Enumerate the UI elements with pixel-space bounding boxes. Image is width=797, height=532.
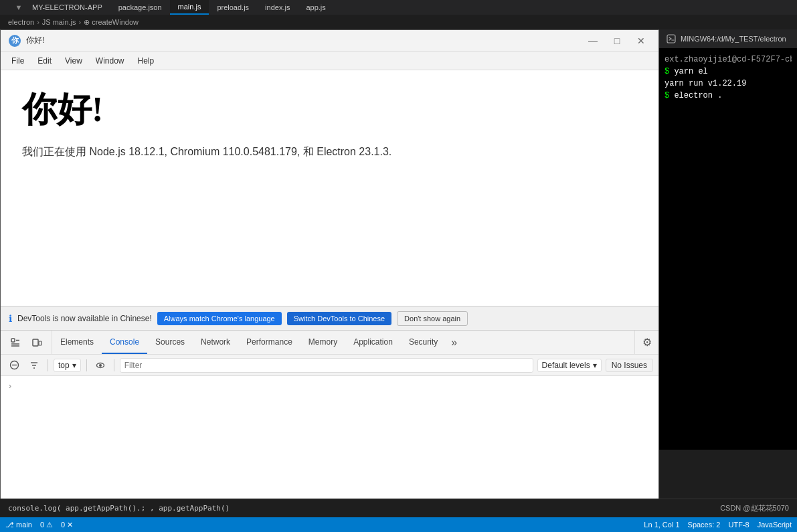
svg-rect-6 [33,339,38,346]
breadcrumb-sep1: › [37,18,39,26]
terminal-title: MINGW64:/d/My_TEST/electron [681,35,790,43]
terminal-titlebar: MINGW64:/d/My_TEST/electron [659,29,797,48]
breadcrumb-js: JS main.js [42,18,76,26]
dont-show-button[interactable]: Don't show again [397,311,468,326]
tab-index-js[interactable]: index.js [257,0,298,15]
window-title: 你好! [26,35,584,46]
status-bar: ⎇ main 0 ⚠ 0 ✕ Ln 1, Col 1 Spaces: 2 UTF… [0,517,797,532]
menu-bar: File Edit View Window Help [1,52,658,70]
terminal-content: ext.zhaoyijie1@cd-F572F7-cb MI $ yarn el… [659,48,797,450]
terminal-cmd-1: yarn el [674,67,707,76]
eye-button[interactable] [92,357,108,373]
tab-sources[interactable]: Sources [147,331,193,354]
statusbar-right: Ln 1, Col 1 Spaces: 2 UTF-8 JavaScript [644,521,792,529]
window-titlebar: 你 你好! — □ ✕ [1,30,658,52]
devtools-toolbar-left [1,331,52,354]
filter-input[interactable] [120,358,533,373]
app-content: 你好! 我们正在使用 Node.js 18.12.1, Chromium 110… [1,70,658,306]
tab-network[interactable]: Network [193,331,238,354]
toolbar-separator-1 [48,359,48,371]
menu-help[interactable]: Help [132,55,160,67]
levels-arrow: ▾ [593,361,597,370]
terminal-icon [666,33,677,44]
gear-icon: ⚙ [642,336,652,349]
code-bar: console.log( app.getAppPath().; , app.ge… [0,499,797,517]
devtools-tabs: Elements Console Sources Network Perform… [52,331,634,354]
maximize-button[interactable]: □ [608,34,626,48]
levels-label: Default levels [542,361,590,370]
context-arrow: ▾ [72,361,76,370]
context-selector[interactable]: top ▾ [54,359,81,372]
menu-window[interactable]: Window [90,55,130,67]
tab-package-json[interactable]: package.json [110,0,170,15]
electron-window: 你 你好! — □ ✕ File Edit View Window Help 你… [0,29,659,518]
breadcrumb-sep2: › [79,18,82,26]
tab-app-js[interactable]: app.js [298,0,333,15]
device-toggle-button[interactable] [27,333,46,352]
tab-list: ▼ MY-ELECTRON-APP package.json main.js p… [5,0,792,15]
tab-console[interactable]: Console [102,331,147,354]
svg-point-14 [99,364,102,367]
cursor-position[interactable]: Ln 1, Col 1 [644,521,679,529]
close-button[interactable]: ✕ [632,34,650,48]
statusbar-left: ⎇ main 0 ⚠ 0 ✕ [5,521,73,529]
terminal-line-1: ext.zhaoyijie1@cd-F572F7-cb MI [665,54,792,66]
app-subtext: 我们正在使用 Node.js 18.12.1, Chromium 110.0.5… [22,144,637,160]
context-label: top [58,361,70,370]
switch-chinese-button[interactable]: Switch DevTools to Chinese [287,312,391,325]
info-icon: ℹ [9,313,12,324]
warnings-count[interactable]: 0 ⚠ [40,521,53,529]
vscode-tab-bar: ▼ MY-ELECTRON-APP package.json main.js p… [0,0,797,15]
terminal-line-3: yarn run v1.22.19 [665,78,792,90]
project-icon: ▼ [15,3,23,11]
console-prompt: › [9,379,650,393]
watermark: CSDN @赵花花5070 [720,503,789,513]
menu-view[interactable]: View [60,55,88,67]
inspect-element-button[interactable] [6,333,25,352]
log-levels-selector[interactable]: Default levels ▾ [537,359,602,372]
code-bar-text: console.log( app.getAppPath().; , app.ge… [8,504,230,513]
tab-performance[interactable]: Performance [238,331,300,354]
project-label: MY-ELECTRON-APP [32,3,102,11]
terminal-line-4: $ electron . [665,90,792,102]
window-controls: — □ ✕ [584,34,650,48]
console-content[interactable]: › [1,376,658,517]
tab-security[interactable]: Security [401,331,446,354]
breadcrumb: electron › JS main.js › ⊕ createWindow [0,15,797,29]
terminal-panel: MINGW64:/d/My_TEST/electron ext.zhaoyiji… [659,29,797,450]
tab-preload-js[interactable]: preload.js [209,0,257,15]
tab-memory[interactable]: Memory [300,331,345,354]
breadcrumb-electron: electron [8,18,34,26]
notification-text: DevTools is now available in Chinese! [17,314,152,323]
tab-application[interactable]: Application [345,331,401,354]
toolbar-separator-3 [114,359,114,371]
clear-console-button[interactable] [6,357,22,373]
language-mode[interactable]: JavaScript [758,521,792,529]
terminal-line-2: $ yarn el [665,66,792,78]
indentation[interactable]: Spaces: 2 [688,521,721,529]
console-toolbar: top ▾ Default levels ▾ No Issues [1,355,658,376]
terminal-prompt-2: $ [665,91,674,100]
app-icon-text: 你 [11,35,19,46]
app-icon: 你 [9,35,21,47]
tab-main-js[interactable]: main.js [170,0,209,15]
breadcrumb-createwindow: ⊕ createWindow [84,18,139,27]
devtools-notification: ℹ DevTools is now available in Chinese! … [1,306,658,330]
tab-elements[interactable]: Elements [52,331,102,354]
devtools-toolbar: Elements Console Sources Network Perform… [1,331,658,355]
match-language-button[interactable]: Always match Chrome's language [157,312,282,325]
git-branch[interactable]: ⎇ main [5,521,32,529]
toolbar-separator-2 [86,359,87,371]
devtools-settings-button[interactable]: ⚙ [634,331,658,354]
filter-toggle-button[interactable] [26,357,42,373]
terminal-cmd-2: electron . [674,91,722,100]
minimize-button[interactable]: — [584,34,602,48]
terminal-prompt-1: $ [665,67,674,76]
menu-file[interactable]: File [6,55,29,67]
menu-edit[interactable]: Edit [32,55,57,67]
errors-count[interactable]: 0 ✕ [61,521,73,529]
more-tabs-button[interactable]: » [446,331,462,354]
chevron-right-icon[interactable]: › [9,381,11,391]
encoding[interactable]: UTF-8 [728,521,749,529]
svg-rect-2 [11,339,15,342]
